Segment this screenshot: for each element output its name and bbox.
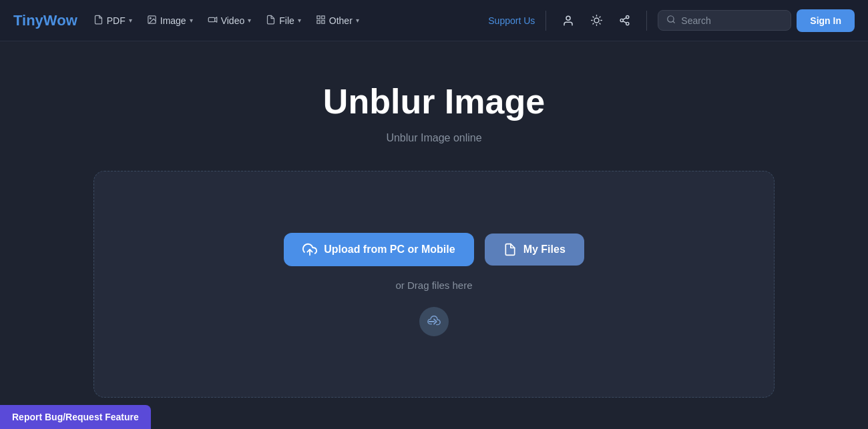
svg-rect-5 <box>322 15 324 18</box>
other-icon <box>316 15 326 27</box>
nav-item-file[interactable]: File ▾ <box>259 9 308 32</box>
video-icon <box>208 15 218 27</box>
search-input[interactable] <box>681 15 783 26</box>
image-chevron-icon: ▾ <box>190 17 193 24</box>
nav-divider-2 <box>646 11 647 31</box>
navbar: TinyWow PDF ▾ Image ▾ <box>0 0 868 41</box>
other-chevron-icon: ▾ <box>356 17 359 24</box>
search-box[interactable] <box>658 10 791 31</box>
image-icon <box>147 15 157 27</box>
share-icon-btn[interactable] <box>613 9 636 32</box>
nav-right: Support Us <box>488 9 855 32</box>
nav-video-label: Video <box>221 15 245 26</box>
nav-file-label: File <box>279 15 294 26</box>
svg-line-17 <box>600 17 600 17</box>
svg-rect-2 <box>208 17 214 21</box>
nav-divider <box>546 11 546 31</box>
nav-item-image[interactable]: Image ▾ <box>140 9 200 32</box>
svg-line-21 <box>623 21 626 23</box>
theme-toggle-btn[interactable] <box>585 9 608 32</box>
user-icon-btn[interactable] <box>557 9 580 32</box>
files-icon <box>503 243 517 256</box>
support-us-link[interactable]: Support Us <box>488 15 535 26</box>
page-subtitle: Unblur Image online <box>386 132 481 144</box>
nav-item-video[interactable]: Video ▾ <box>201 9 258 32</box>
video-chevron-icon: ▾ <box>248 17 251 24</box>
upload-btn-label: Upload from PC or Mobile <box>324 244 455 256</box>
nav-pdf-label: PDF <box>107 15 126 26</box>
svg-rect-7 <box>322 20 324 23</box>
my-files-button[interactable]: My Files <box>485 234 584 266</box>
svg-line-16 <box>593 23 594 24</box>
drag-text: or Drag files here <box>395 280 472 291</box>
svg-point-1 <box>150 17 151 19</box>
logo[interactable]: TinyWow <box>13 12 77 29</box>
pdf-chevron-icon: ▾ <box>129 17 132 24</box>
svg-line-24 <box>673 21 675 23</box>
cloud-upload-icon <box>419 307 449 336</box>
nav-other-label: Other <box>329 15 353 26</box>
upload-area: Upload from PC or Mobile My Files or Dra… <box>93 171 775 398</box>
upload-buttons: Upload from PC or Mobile My Files <box>284 233 584 266</box>
svg-point-9 <box>594 18 599 23</box>
nav-image-label: Image <box>160 15 186 26</box>
upload-icon <box>302 242 317 257</box>
svg-line-22 <box>623 18 626 20</box>
search-icon <box>666 15 676 26</box>
my-files-btn-label: My Files <box>523 244 566 256</box>
nav-items: PDF ▾ Image ▾ Video ▾ <box>87 9 486 32</box>
svg-line-12 <box>593 17 594 17</box>
sign-in-button[interactable]: Sign In <box>797 9 855 32</box>
logo-wow: Wow <box>43 12 77 29</box>
main-content: Unblur Image Unblur Image online Upload … <box>0 41 868 424</box>
nav-item-pdf[interactable]: PDF ▾ <box>87 9 139 32</box>
svg-rect-4 <box>317 15 320 18</box>
svg-marker-3 <box>214 17 216 22</box>
report-bug-button[interactable]: Report Bug/Request Feature <box>0 405 151 429</box>
pdf-icon <box>93 15 103 27</box>
svg-line-13 <box>600 23 600 24</box>
svg-point-8 <box>566 16 570 20</box>
file-chevron-icon: ▾ <box>298 17 301 24</box>
file-icon <box>266 15 276 27</box>
svg-rect-6 <box>317 20 320 23</box>
page-title: Unblur Image <box>323 81 545 121</box>
nav-item-other[interactable]: Other ▾ <box>309 9 366 32</box>
logo-tiny: Tiny <box>13 12 43 29</box>
upload-from-pc-button[interactable]: Upload from PC or Mobile <box>284 233 473 266</box>
